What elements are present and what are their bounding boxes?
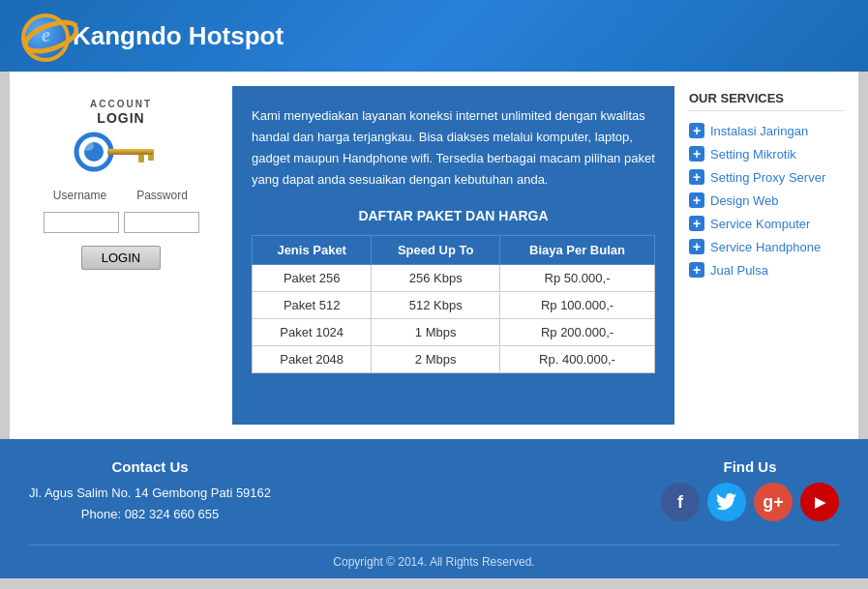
service-plus-icon bbox=[689, 169, 704, 185]
service-link[interactable]: Setting Proxy Server bbox=[710, 170, 825, 185]
contact-address: Jl. Agus Salim No. 14 Gembong Pati 59162 bbox=[29, 483, 271, 504]
service-plus-icon bbox=[689, 216, 704, 231]
service-item[interactable]: Setting Proxy Server bbox=[689, 169, 844, 185]
svg-rect-4 bbox=[107, 149, 154, 155]
table-cell: Paket 256 bbox=[253, 265, 372, 292]
footer: Contact Us Jl. Agus Salim No. 14 Gembong… bbox=[0, 439, 868, 578]
table-cell: 1 Mbps bbox=[372, 319, 500, 346]
site-title: Kangndo Hotspot bbox=[73, 21, 284, 51]
twitter-icon[interactable] bbox=[707, 483, 746, 521]
username-input[interactable] bbox=[44, 212, 119, 233]
col-speed: Speed Up To bbox=[372, 236, 500, 265]
form-row bbox=[44, 212, 199, 233]
social-icons: f g+ ▶ bbox=[661, 483, 839, 521]
service-plus-icon bbox=[689, 123, 704, 138]
service-link[interactable]: Setting Mikrotik bbox=[710, 147, 796, 162]
left-panel: ACCOUNT LOGIN bbox=[24, 86, 218, 425]
service-item[interactable]: Service Handphone bbox=[689, 239, 844, 254]
header: e Kangndo Hotspot bbox=[0, 0, 868, 72]
service-plus-icon bbox=[689, 239, 704, 254]
footer-copyright: Copyright © 2014. All Rights Reserved. bbox=[29, 545, 839, 569]
table-cell: Paket 2048 bbox=[253, 346, 372, 373]
service-plus-icon bbox=[689, 146, 704, 162]
service-item[interactable]: Design Web bbox=[689, 192, 844, 208]
footer-top: Contact Us Jl. Agus Salim No. 14 Gembong… bbox=[29, 458, 839, 525]
table-cell: Paket 512 bbox=[253, 292, 372, 319]
table-title: DAFTAR PAKET DAN HARGA bbox=[252, 208, 655, 223]
form-labels: Username Password bbox=[42, 189, 201, 202]
username-label: Username bbox=[42, 189, 119, 202]
col-jenis: Jenis Paket bbox=[253, 236, 372, 265]
table-cell: 2 Mbps bbox=[372, 346, 500, 373]
service-link[interactable]: Instalasi Jaringan bbox=[710, 124, 808, 138]
table-row: Paket 20482 MbpsRp. 400.000,- bbox=[253, 346, 655, 373]
find-title: Find Us bbox=[661, 458, 839, 475]
footer-contact: Contact Us Jl. Agus Salim No. 14 Gembong… bbox=[29, 458, 271, 525]
svg-point-7 bbox=[82, 141, 94, 151]
table-row: Paket 10241 MbpsRp 200.000,- bbox=[253, 319, 655, 346]
footer-find: Find Us f g+ ▶ bbox=[661, 458, 839, 521]
service-plus-icon bbox=[689, 262, 704, 278]
intro-text: Kami menyediakan layanan koneksi interne… bbox=[252, 105, 655, 191]
center-panel: Kami menyediakan layanan koneksi interne… bbox=[232, 86, 674, 425]
key-icon bbox=[73, 131, 169, 174]
services-title: OUR SERVICES bbox=[689, 91, 844, 111]
twitter-bird-icon bbox=[716, 493, 737, 511]
table-row: Paket 256256 KbpsRp 50.000,- bbox=[253, 265, 655, 292]
service-plus-icon bbox=[689, 192, 704, 208]
site-logo: e bbox=[19, 12, 73, 60]
main-container: ACCOUNT LOGIN bbox=[10, 72, 858, 439]
logo-ring-icon bbox=[17, 10, 77, 66]
paket-table: Jenis Paket Speed Up To Biaya Per Bulan … bbox=[252, 235, 655, 373]
contact-title: Contact Us bbox=[29, 458, 271, 475]
service-item[interactable]: Jual Pulsa bbox=[689, 262, 844, 278]
table-cell: 256 Kbps bbox=[372, 265, 500, 292]
svg-rect-6 bbox=[148, 155, 154, 161]
account-label: ACCOUNT bbox=[90, 99, 152, 109]
googleplus-icon[interactable]: g+ bbox=[754, 483, 793, 521]
service-link[interactable]: Service Komputer bbox=[710, 217, 810, 231]
right-panel: OUR SERVICES Instalasi JaringanSetting M… bbox=[689, 86, 844, 425]
svg-rect-5 bbox=[138, 155, 144, 162]
service-item[interactable]: Instalasi Jaringan bbox=[689, 123, 844, 138]
table-cell: Rp 50.000,- bbox=[500, 265, 655, 292]
facebook-icon[interactable]: f bbox=[661, 483, 700, 521]
table-cell: Rp 200.000,- bbox=[500, 319, 655, 346]
service-item[interactable]: Setting Mikrotik bbox=[689, 146, 844, 162]
login-label: LOGIN bbox=[97, 110, 144, 126]
table-cell: 512 Kbps bbox=[372, 292, 500, 319]
password-input[interactable] bbox=[124, 212, 199, 233]
service-link[interactable]: Service Handphone bbox=[710, 240, 821, 254]
table-cell: Rp 100.000,- bbox=[500, 292, 655, 319]
services-list: Instalasi JaringanSetting MikrotikSettin… bbox=[689, 123, 844, 278]
youtube-icon[interactable]: ▶ bbox=[800, 483, 839, 521]
svg-point-0 bbox=[22, 16, 77, 57]
password-label: Password bbox=[124, 189, 201, 202]
contact-phone: Phone: 082 324 660 655 bbox=[29, 504, 271, 525]
account-login-section: ACCOUNT LOGIN bbox=[73, 96, 169, 174]
service-item[interactable]: Service Komputer bbox=[689, 216, 844, 231]
login-button[interactable]: LOGIN bbox=[81, 246, 161, 270]
table-row: Paket 512512 KbpsRp 100.000,- bbox=[253, 292, 655, 319]
table-cell: Rp. 400.000,- bbox=[500, 346, 655, 373]
table-cell: Paket 1024 bbox=[253, 319, 372, 346]
service-link[interactable]: Jual Pulsa bbox=[710, 263, 768, 278]
service-link[interactable]: Design Web bbox=[710, 193, 779, 208]
col-biaya: Biaya Per Bulan bbox=[500, 236, 655, 265]
table-header-row: Jenis Paket Speed Up To Biaya Per Bulan bbox=[253, 236, 655, 265]
